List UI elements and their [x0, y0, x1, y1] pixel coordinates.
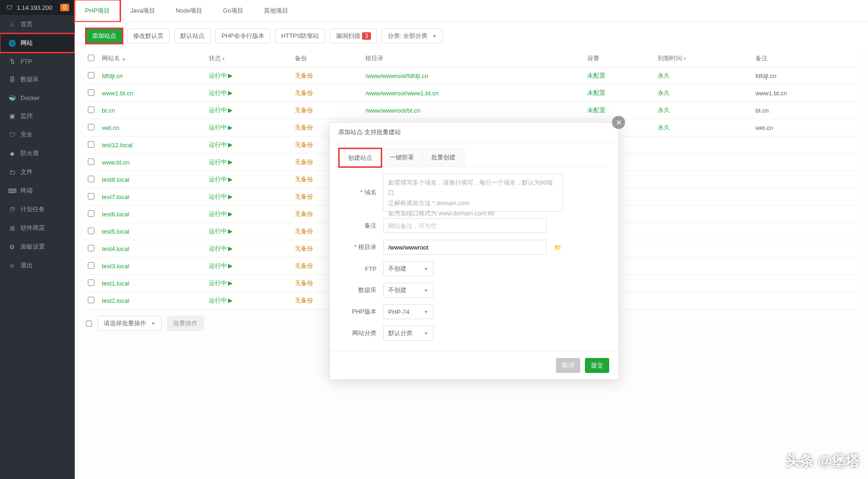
cancel-button[interactable]: 取消	[556, 358, 580, 373]
sidebar-item-1[interactable]: 🌐网站	[0, 34, 75, 52]
row-checkbox[interactable]	[88, 158, 94, 165]
https-hijack-button[interactable]: HTTPS防窜站	[275, 29, 326, 43]
status-label[interactable]: 运行中▶	[209, 158, 233, 165]
sidebar-item-4[interactable]: 🐳Docker	[0, 89, 75, 107]
sidebar-item-7[interactable]: ◆防火墙	[0, 144, 75, 163]
row-checkbox[interactable]	[88, 245, 94, 251]
site-name-link[interactable]: fdfdjl.cn	[102, 72, 123, 79]
expire-link[interactable]: 永久	[658, 89, 670, 96]
backup-link[interactable]: 无备份	[295, 107, 313, 114]
site-name-link[interactable]: www.bt.cn	[102, 159, 129, 166]
sidebar-item-6[interactable]: 🛡安全	[0, 125, 75, 144]
site-name-link[interactable]: test1.local	[102, 280, 129, 287]
row-checkbox[interactable]	[88, 193, 94, 200]
sidebar-item-8[interactable]: 🗀文件	[0, 163, 75, 181]
sidebar-item-11[interactable]: ⊞软件商店	[0, 219, 75, 237]
status-label[interactable]: 运行中▶	[209, 72, 233, 79]
sidebar-item-0[interactable]: ⌂首页	[0, 15, 75, 34]
backup-link[interactable]: 无备份	[295, 193, 313, 200]
sidebar-item-13[interactable]: ⎋退出	[0, 256, 75, 275]
modal-tab-2[interactable]: 批量创建	[422, 148, 464, 166]
site-name-link[interactable]: test5.local	[102, 228, 129, 235]
row-checkbox[interactable]	[88, 262, 94, 269]
root-link[interactable]: /www/wwwroot/www1.bt.cn	[365, 90, 439, 97]
site-name-link[interactable]: test2.local	[102, 297, 129, 304]
quota-link[interactable]: 未配置	[587, 72, 605, 79]
backup-link[interactable]: 无备份	[295, 176, 313, 183]
category-select[interactable]: 默认分类▼	[383, 326, 434, 341]
tab-1[interactable]: Java项目	[120, 0, 165, 21]
domain-input[interactable]: 如需填写多个域名，请换行填写，每行一个域名，默认为80端口泛解析添加方法 *.d…	[383, 173, 563, 212]
root-link[interactable]: /www/wwwroot/bt.cn	[365, 107, 420, 114]
modal-tab-0[interactable]: 创建站点	[339, 149, 381, 167]
backup-link[interactable]: 无备份	[295, 262, 313, 269]
root-link[interactable]: /www/wwwroot/fdfdjl.cn	[365, 72, 428, 79]
default-site-button[interactable]: 默认站点	[174, 29, 211, 43]
submit-button[interactable]: 提交	[585, 358, 609, 373]
row-checkbox[interactable]	[88, 279, 94, 286]
site-name-link[interactable]: test12.local	[102, 142, 133, 149]
backup-link[interactable]: 无备份	[295, 89, 313, 96]
notice-badge[interactable]: 0	[60, 4, 69, 11]
note-input[interactable]	[383, 218, 547, 233]
sidebar-item-9[interactable]: ⌨终端	[0, 181, 75, 200]
status-label[interactable]: 运行中▶	[209, 228, 233, 235]
close-icon[interactable]: ✕	[612, 116, 625, 129]
db-select[interactable]: 不创建▼	[383, 283, 434, 298]
folder-icon[interactable]: 📁	[554, 244, 562, 251]
row-checkbox[interactable]	[88, 141, 94, 148]
backup-link[interactable]: 无备份	[295, 245, 313, 252]
backup-link[interactable]: 无备份	[295, 158, 313, 165]
batch-select[interactable]: 请选择批量操作 ▼	[98, 316, 162, 331]
row-checkbox[interactable]	[88, 107, 94, 113]
add-site-button[interactable]: 添加站点	[86, 29, 122, 43]
sidebar-item-5[interactable]: ▣监控	[0, 107, 75, 125]
expire-link[interactable]: 永久	[658, 124, 670, 131]
backup-link[interactable]: 无备份	[295, 210, 313, 217]
site-name-link[interactable]: wet.cn	[102, 124, 120, 131]
site-name-link[interactable]: bt.cn	[102, 107, 115, 114]
status-label[interactable]: 运行中▶	[209, 176, 233, 183]
tab-3[interactable]: Go项目	[213, 0, 253, 21]
php-select[interactable]: PHP-74▼	[383, 304, 434, 319]
tab-0[interactable]: PHP项目	[75, 0, 120, 21]
sidebar-item-10[interactable]: ⏱计划任务	[0, 200, 75, 219]
expire-link[interactable]: 永久	[658, 72, 670, 79]
row-checkbox[interactable]	[88, 297, 94, 303]
quota-link[interactable]: 未配置	[587, 107, 605, 114]
tab-2[interactable]: Node项目	[165, 0, 213, 21]
status-label[interactable]: 运行中▶	[209, 89, 233, 96]
ftp-select[interactable]: 不创建▼	[383, 261, 434, 276]
site-name-link[interactable]: test6.local	[102, 211, 129, 218]
status-label[interactable]: 运行中▶	[209, 107, 233, 114]
quota-link[interactable]: 未配置	[587, 89, 605, 96]
col-quota[interactable]: 容量	[583, 50, 654, 67]
status-label[interactable]: 运行中▶	[209, 124, 233, 131]
col-note[interactable]: 备注	[752, 50, 859, 67]
modify-default-button[interactable]: 修改默认页	[127, 29, 170, 43]
status-label[interactable]: 运行中▶	[209, 262, 233, 269]
backup-link[interactable]: 无备份	[295, 279, 313, 286]
site-name-link[interactable]: test3.local	[102, 263, 129, 270]
check-all[interactable]	[88, 55, 94, 61]
check-all-bottom[interactable]	[86, 321, 92, 327]
backup-link[interactable]: 无备份	[295, 297, 313, 304]
site-name-link[interactable]: test4.local	[102, 245, 129, 252]
row-checkbox[interactable]	[88, 228, 94, 234]
status-label[interactable]: 运行中▶	[209, 141, 233, 148]
sidebar-item-12[interactable]: ⚙面板设置	[0, 237, 75, 256]
site-name-link[interactable]: test8.local	[102, 176, 129, 183]
batch-action-button[interactable]: 批量操作	[167, 316, 204, 331]
row-checkbox[interactable]	[88, 210, 94, 217]
site-name-link[interactable]: www1.bt.cn	[102, 90, 133, 97]
backup-link[interactable]: 无备份	[295, 124, 313, 131]
php-cli-button[interactable]: PHP命令行版本	[215, 29, 270, 43]
status-label[interactable]: 运行中▶	[209, 245, 233, 252]
vuln-scan-button[interactable]: 漏洞扫描 3	[330, 29, 377, 43]
backup-link[interactable]: 无备份	[295, 228, 313, 235]
row-checkbox[interactable]	[88, 72, 94, 79]
status-label[interactable]: 运行中▶	[209, 297, 233, 304]
sidebar-item-3[interactable]: 🗄数据库	[0, 70, 75, 89]
sidebar-item-2[interactable]: ⇅FTP	[0, 52, 75, 70]
expire-link[interactable]: 永久	[658, 107, 670, 114]
